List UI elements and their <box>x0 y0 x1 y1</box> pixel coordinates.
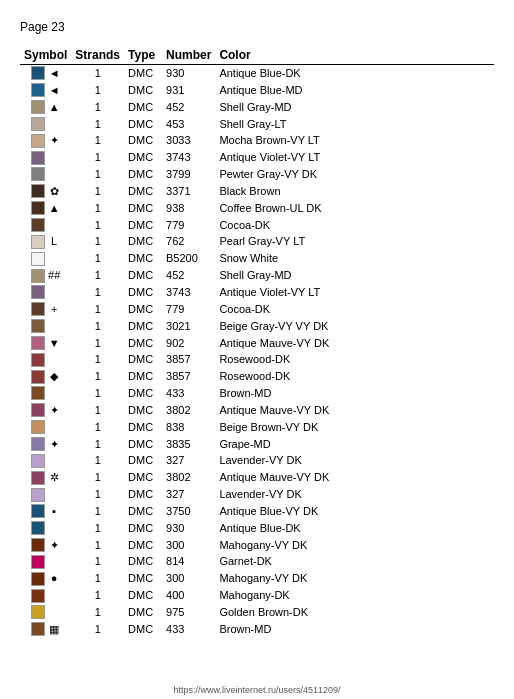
symbol-cell <box>20 149 71 166</box>
table-row: 1DMC327Lavender-VY DK <box>20 452 494 469</box>
strands-cell: 1 <box>71 217 124 234</box>
strands-cell: 1 <box>71 553 124 570</box>
strands-cell: 1 <box>71 537 124 554</box>
color-swatch <box>31 151 45 165</box>
strands-cell: 1 <box>71 132 124 149</box>
color-name-cell: Cocoa-DK <box>215 217 494 234</box>
strands-cell: 1 <box>71 436 124 453</box>
type-cell: DMC <box>124 250 162 267</box>
number-cell: 433 <box>162 621 215 638</box>
strands-cell: 1 <box>71 318 124 335</box>
table-row: ✿ 1DMC3371Black Brown <box>20 183 494 200</box>
color-swatch <box>31 167 45 181</box>
type-cell: DMC <box>124 149 162 166</box>
color-name-cell: Antique Violet-VY LT <box>215 149 494 166</box>
table-row: ✲ 1DMC3802Antique Mauve-VY DK <box>20 469 494 486</box>
table-row: 1DMCB5200Snow White <box>20 250 494 267</box>
color-swatch <box>31 471 45 485</box>
color-name-cell: Lavender-VY DK <box>215 486 494 503</box>
table-row: 1DMC3743Antique Violet-VY LT <box>20 284 494 301</box>
type-cell: DMC <box>124 351 162 368</box>
symbol-char: ▼ <box>48 336 60 351</box>
table-row: ● 1DMC300Mahogany-VY DK <box>20 570 494 587</box>
number-cell: 3802 <box>162 469 215 486</box>
symbol-char: ✲ <box>48 470 60 485</box>
symbol-char: ✿ <box>48 184 60 199</box>
color-name-cell: Snow White <box>215 250 494 267</box>
type-cell: DMC <box>124 469 162 486</box>
color-name-cell: Antique Blue-DK <box>215 65 494 82</box>
type-cell: DMC <box>124 82 162 99</box>
type-cell: DMC <box>124 436 162 453</box>
number-cell: 814 <box>162 553 215 570</box>
number-cell: 931 <box>162 82 215 99</box>
strands-cell: 1 <box>71 570 124 587</box>
type-cell: DMC <box>124 503 162 520</box>
symbol-cell: + <box>20 301 71 318</box>
symbol-char: ▦ <box>48 622 60 637</box>
symbol-cell: ● <box>20 570 71 587</box>
table-row: 1DMC433Brown-MD <box>20 385 494 402</box>
color-swatch <box>31 83 45 97</box>
symbol-char: ◆ <box>48 369 60 384</box>
number-cell: 3799 <box>162 166 215 183</box>
color-name-cell: Grape-MD <box>215 436 494 453</box>
type-cell: DMC <box>124 402 162 419</box>
symbol-cell: ▲ <box>20 200 71 217</box>
symbol-cell <box>20 520 71 537</box>
color-name-cell: Garnet-DK <box>215 553 494 570</box>
symbol-char: ▲ <box>48 100 60 115</box>
symbol-cell: ▲ <box>20 99 71 116</box>
symbol-char: ✦ <box>48 403 60 418</box>
number-cell: 938 <box>162 200 215 217</box>
color-name-cell: Antique Mauve-VY DK <box>215 402 494 419</box>
strands-cell: 1 <box>71 149 124 166</box>
strands-cell: 1 <box>71 166 124 183</box>
number-cell: 3835 <box>162 436 215 453</box>
color-table: Symbol Strands Type Number Color ◄ 1DMC9… <box>20 46 494 638</box>
table-row: L 1DMC762Pearl Gray-VY LT <box>20 233 494 250</box>
color-swatch <box>31 218 45 232</box>
color-swatch <box>31 521 45 535</box>
color-swatch <box>31 420 45 434</box>
symbol-cell <box>20 419 71 436</box>
color-swatch <box>31 201 45 215</box>
color-name-cell: Mocha Brown-VY LT <box>215 132 494 149</box>
symbol-cell: ◄ <box>20 65 71 82</box>
symbol-char: ◄ <box>48 83 60 98</box>
symbol-cell: ✦ <box>20 402 71 419</box>
strands-cell: 1 <box>71 604 124 621</box>
color-swatch <box>31 66 45 80</box>
type-cell: DMC <box>124 621 162 638</box>
symbol-cell: ◄ <box>20 82 71 99</box>
color-swatch <box>31 605 45 619</box>
color-swatch <box>31 454 45 468</box>
number-cell: 3857 <box>162 368 215 385</box>
table-row: 1DMC3857Rosewood-DK <box>20 351 494 368</box>
symbol-cell: ## <box>20 267 71 284</box>
symbol-char: ✦ <box>48 133 60 148</box>
type-cell: DMC <box>124 486 162 503</box>
type-cell: DMC <box>124 233 162 250</box>
color-swatch <box>31 386 45 400</box>
strands-cell: 1 <box>71 587 124 604</box>
color-name-cell: Brown-MD <box>215 385 494 402</box>
table-row: 1DMC838Beige Brown-VY DK <box>20 419 494 436</box>
color-swatch <box>31 302 45 316</box>
number-cell: 300 <box>162 537 215 554</box>
color-swatch <box>31 285 45 299</box>
type-cell: DMC <box>124 419 162 436</box>
symbol-cell: ◆ <box>20 368 71 385</box>
color-name-cell: Rosewood-DK <box>215 368 494 385</box>
table-row: + 1DMC779Cocoa-DK <box>20 301 494 318</box>
table-row: 1DMC327Lavender-VY DK <box>20 486 494 503</box>
table-row: 1DMC814Garnet-DK <box>20 553 494 570</box>
color-swatch <box>31 488 45 502</box>
table-row: ▲ 1DMC452Shell Gray-MD <box>20 99 494 116</box>
symbol-cell: ✦ <box>20 537 71 554</box>
symbol-cell: ▪ <box>20 503 71 520</box>
color-swatch <box>31 336 45 350</box>
color-name-cell: Brown-MD <box>215 621 494 638</box>
symbol-cell <box>20 318 71 335</box>
color-name-cell: Antique Blue-MD <box>215 82 494 99</box>
